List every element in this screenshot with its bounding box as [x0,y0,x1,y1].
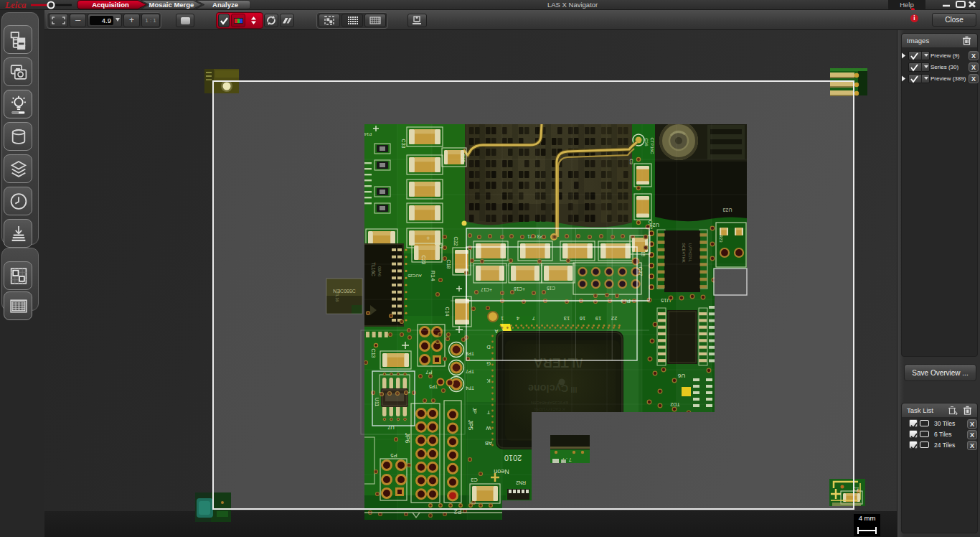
svg-text:SCE4THK: SCE4THK [682,243,686,263]
svg-text:09A6: 09A6 [377,266,382,277]
svg-text:C14: C14 [445,307,450,317]
svg-text:C28: C28 [461,154,466,163]
svg-text:TP4: TP4 [466,386,474,391]
svg-text:LVTH224L: LVTH224L [688,243,692,262]
svg-text:D: D [486,344,491,350]
svg-text:P14: P14 [364,132,372,136]
svg-text:K: K [486,378,490,384]
svg-text:K CAC3YY10254: K CAC3YY10254 [534,407,565,411]
svg-text:P5: P5 [390,452,397,459]
svg-text:2010: 2010 [504,454,522,462]
svg-text:Mosaic Merge: Mosaic Merge [149,1,194,9]
svg-text:G: G [486,360,491,367]
svg-text:C33: C33 [401,139,406,149]
svg-text:AB: AB [485,440,492,447]
svg-text:C36: C36 [644,138,649,146]
svg-text:R14: R14 [430,271,436,281]
svg-text:W: W [486,425,491,431]
svg-text:TD2: TD2 [670,402,679,407]
svg-text:AUC25: AUC25 [407,274,422,278]
svg-text:C23: C23 [421,256,426,265]
svg-text:JP: JP [471,408,478,414]
svg-text:19: 19 [595,315,601,322]
svg-text:TL16: TL16 [335,293,339,302]
svg-text:C13: C13 [371,349,376,358]
svg-text:+: + [426,235,430,242]
svg-text:4: 4 [517,315,519,322]
svg-text:R23: R23 [719,234,723,243]
svg-text:A: A [494,329,498,334]
svg-text:RN2: RN2 [516,480,526,485]
svg-text:Acquisition: Acquisition [92,1,129,9]
svg-text:Neon: Neon [494,468,509,475]
svg-text:13: 13 [564,315,570,322]
svg-text:U6: U6 [677,373,685,379]
svg-text:U23: U23 [722,207,732,213]
svg-text:Analyze: Analyze [212,1,238,9]
svg-text:U21: U21 [649,222,659,228]
svg-text:C3: C3 [471,477,478,483]
svg-text:TP5: TP5 [429,384,438,389]
svg-text:C22: C22 [453,237,458,246]
svg-text:C3: C3 [629,159,633,164]
svg-text:T: T [486,409,490,416]
svg-text:CTP16C: CTP16C [650,137,654,154]
svg-text:16: 16 [580,315,585,322]
svg-text:JP5: JP5 [467,420,474,431]
svg-text:7: 7 [532,315,535,322]
